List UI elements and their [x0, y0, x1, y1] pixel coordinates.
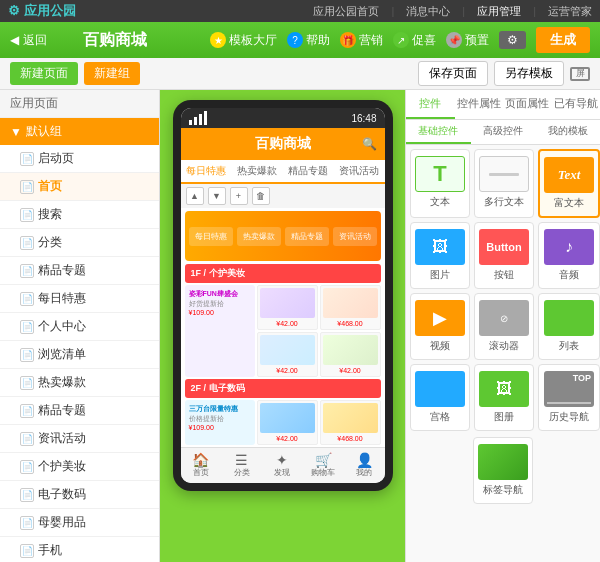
back-arrow-icon: ◀	[10, 33, 19, 47]
sidebar-item-personal[interactable]: 📄 个人中心	[0, 313, 159, 341]
widget-subtab-basic[interactable]: 基础控件	[406, 120, 471, 144]
phone-tab-featured[interactable]: 精品专题	[283, 160, 334, 182]
generate-button[interactable]: 生成	[536, 27, 590, 53]
sidebar-item-featured2[interactable]: 📄 精品专题	[0, 397, 159, 425]
widget-audio[interactable]: ♪ 音频	[538, 222, 600, 289]
list-widget-label: 列表	[559, 339, 579, 353]
signal-bar-4	[204, 111, 207, 125]
nav-help[interactable]: ? 帮助	[287, 32, 330, 49]
phone-tab-daily[interactable]: 每日特惠	[181, 160, 232, 184]
sidebar-item-news[interactable]: 📄 资讯活动	[0, 425, 159, 453]
phone-banner: 每日特惠 热卖爆款 精品专题 资讯活动	[185, 211, 381, 261]
banner-item-1: 每日特惠	[189, 227, 233, 246]
sidebar-item-category[interactable]: 📄 分类	[0, 229, 159, 257]
page-icon: 📄	[20, 460, 34, 474]
product-3: ¥42.00	[257, 332, 318, 377]
save-template-button[interactable]: 另存模板	[494, 61, 564, 86]
widget-subtab-advanced[interactable]: 高级控件	[471, 120, 536, 144]
promo-1-price: ¥109.00	[189, 309, 251, 316]
multitext-widget-icon	[479, 156, 529, 192]
reorder-down-btn[interactable]: ▼	[208, 187, 226, 205]
page-icon: 📄	[20, 208, 34, 222]
sidebar-item-browse-list[interactable]: 📄 浏览清单	[0, 341, 159, 369]
multitext-widget-label: 多行文本	[484, 195, 524, 209]
home-icon: 🏠	[192, 453, 209, 467]
tabnav-widget-label: 标签导航	[483, 483, 523, 497]
sidebar-item-daily[interactable]: 📄 每日特惠	[0, 285, 159, 313]
sidebar-item-baby[interactable]: 📄 母婴用品	[0, 509, 159, 537]
nav-promotions[interactable]: ↗ 促喜	[393, 32, 436, 49]
phone-store-header: 百购商城 🔍	[181, 128, 385, 160]
signal-bar-3	[199, 114, 202, 125]
sub-header: 新建页面 新建组 保存页面 另存模板 屏	[0, 58, 600, 90]
sidebar-item-beauty[interactable]: 📄 个护美妆	[0, 453, 159, 481]
page-icon: 📄	[20, 236, 34, 250]
bottom-nav-cart[interactable]: 🛒 购物车	[303, 448, 344, 483]
sidebar-default-group[interactable]: ▼ 默认组	[0, 118, 159, 145]
help-icon: ?	[287, 32, 303, 48]
sidebar-item-search[interactable]: 📄 搜索	[0, 201, 159, 229]
category-icon: ☰	[235, 453, 248, 467]
widget-button[interactable]: Button 按钮	[474, 222, 534, 289]
widget-grid-item[interactable]: 宫格	[410, 364, 470, 431]
signal-bar-1	[189, 120, 192, 125]
sidebar-item-electronics[interactable]: 📄 电子数码	[0, 481, 159, 509]
widget-gallery[interactable]: 🖼 图册	[474, 364, 534, 431]
reorder-up-btn[interactable]: ▲	[186, 187, 204, 205]
save-page-button[interactable]: 保存页面	[418, 61, 488, 86]
phone-tab-hot[interactable]: 热卖爆款	[232, 160, 283, 182]
widget-history[interactable]: TOP 历史导航	[538, 364, 600, 431]
reorder-add-btn[interactable]: +	[230, 187, 248, 205]
bottom-nav-home[interactable]: 🏠 首页	[181, 448, 222, 483]
sidebar-item-phone[interactable]: 📄 手机	[0, 537, 159, 562]
nav-marketing[interactable]: 🎁 营销	[340, 32, 383, 49]
new-page-button[interactable]: 新建页面	[10, 62, 78, 85]
right-tab-widget-props[interactable]: 控件属性	[455, 90, 504, 119]
right-tab-page-props[interactable]: 页面属性	[503, 90, 552, 119]
richtext-widget-icon: Text	[544, 157, 594, 193]
widget-richtext[interactable]: Text 富文本	[538, 149, 600, 218]
grid-widget-label: 宫格	[430, 410, 450, 424]
widget-multitext[interactable]: 多行文本	[474, 149, 534, 218]
widget-text[interactable]: T 文本	[410, 149, 470, 218]
phone-tab-news[interactable]: 资讯活动	[334, 160, 385, 182]
screen-toggle[interactable]: 屏	[570, 67, 590, 81]
new-group-button[interactable]: 新建组	[84, 62, 140, 85]
sidebar-item-hot-sales[interactable]: 📄 热卖爆款	[0, 369, 159, 397]
widget-video[interactable]: ▶ 视频	[410, 293, 470, 360]
bottom-nav-profile[interactable]: 👤 我的	[344, 448, 385, 483]
topbar-app-manage[interactable]: 应用管理	[477, 4, 521, 19]
right-panel: 控件 控件属性 页面属性 已有导航 基础控件 高级控件 我的模板 T 文本	[405, 90, 600, 562]
audio-widget-label: 音频	[559, 268, 579, 282]
phone-search-icon[interactable]: 🔍	[362, 137, 377, 151]
scroller-widget-label: 滚动器	[489, 339, 519, 353]
widget-tabnav[interactable]: 标签导航	[473, 437, 533, 504]
topbar-home[interactable]: 应用公园首页	[313, 4, 379, 19]
section-1-products: ¥42.00 ¥468.00 ¥42.00	[257, 285, 381, 377]
widget-scroller[interactable]: ⊘ 滚动器	[474, 293, 534, 360]
widget-image[interactable]: 🖼 图片	[410, 222, 470, 289]
phone-screen: 16:48 百购商城 🔍 每日特惠 热卖爆款 精品专题 资讯活动 ▲ ▼	[181, 108, 385, 483]
settings-button[interactable]: ⚙	[499, 31, 526, 49]
preset-icon: 📌	[446, 32, 462, 48]
topbar-operations[interactable]: 运营管家	[548, 4, 592, 19]
back-button[interactable]: ◀ 返回	[10, 32, 47, 49]
bottom-nav-discover[interactable]: ✦ 发现	[262, 448, 303, 483]
nav-preset[interactable]: 📌 预置	[446, 32, 489, 49]
page-title: 百购商城	[83, 30, 147, 51]
reorder-delete-btn[interactable]: 🗑	[252, 187, 270, 205]
sidebar-item-home[interactable]: 📄 首页	[0, 173, 159, 201]
topbar-messages[interactable]: 消息中心	[406, 4, 450, 19]
sidebar-item-featured[interactable]: 📄 精品专题	[0, 257, 159, 285]
widget-list[interactable]: 列表	[538, 293, 600, 360]
right-tab-widgets[interactable]: 控件	[406, 90, 455, 119]
header-nav: ★ 模板大厅 ? 帮助 🎁 营销 ↗ 促喜 📌 预置 ⚙ 生成	[210, 27, 590, 53]
right-tab-nav[interactable]: 已有导航	[552, 90, 601, 119]
widget-section: T 文本 多行文本 Text	[406, 145, 600, 508]
nav-template-hall[interactable]: ★ 模板大厅	[210, 32, 277, 49]
banner-item-2: 热卖爆款	[237, 227, 281, 246]
bottom-nav-category[interactable]: ☰ 分类	[221, 448, 262, 483]
widget-subtab-mytemplate[interactable]: 我的模板	[535, 120, 600, 144]
richtext-widget-label: 富文本	[554, 196, 584, 210]
sidebar-item-launch[interactable]: 📄 启动页	[0, 145, 159, 173]
